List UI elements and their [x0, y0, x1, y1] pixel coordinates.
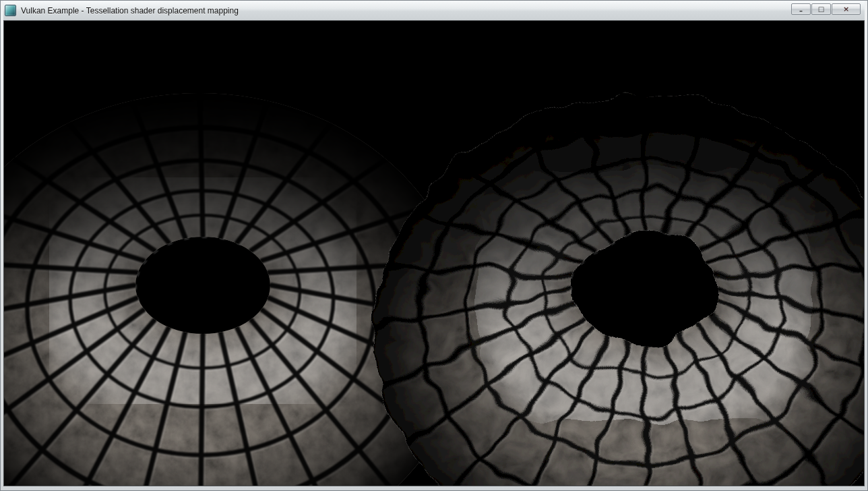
app-window: Vulkan Example - Tessellation shader dis… [0, 0, 868, 491]
window-title: Vulkan Example - Tessellation shader dis… [21, 6, 239, 16]
minimize-button[interactable]: – [791, 3, 811, 15]
close-button[interactable]: × [832, 3, 861, 15]
render-scene [4, 21, 864, 486]
maximize-button[interactable]: □ [811, 3, 831, 15]
titlebar[interactable]: Vulkan Example - Tessellation shader dis… [3, 1, 865, 20]
app-icon [5, 5, 16, 16]
minimize-icon: – [799, 8, 803, 15]
maximize-icon: □ [818, 6, 824, 13]
torus-displaced-right [341, 67, 864, 486]
close-icon: × [843, 5, 849, 13]
render-viewport[interactable] [3, 20, 865, 486]
window-controls: – □ × [791, 3, 861, 15]
